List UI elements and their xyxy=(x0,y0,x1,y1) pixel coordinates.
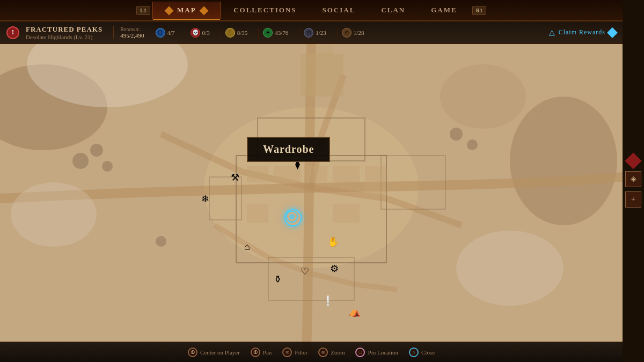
dungeon-value: 0/3 xyxy=(202,29,210,36)
svg-point-22 xyxy=(72,153,89,169)
region-alert-icon: ! xyxy=(6,26,19,39)
map-icon-vendor[interactable]: ✋ xyxy=(327,236,339,248)
event-value: 43/76 xyxy=(275,29,288,36)
stat-waypoints: ⬡ 4/7 xyxy=(151,28,179,38)
player-indicator xyxy=(284,209,299,224)
stat-cellars: ⊡ 1/23 xyxy=(299,28,331,38)
pan-label: Pan xyxy=(263,349,272,356)
renown-max: 2,490 xyxy=(131,32,144,39)
bottom-action-bar: ① Center on Player ① Pan ® Filter ® Zoom… xyxy=(0,342,623,362)
svg-point-24 xyxy=(102,161,113,172)
svg-rect-17 xyxy=(301,54,343,97)
svg-rect-10 xyxy=(247,166,268,182)
nav-social-label: SOCIAL xyxy=(323,6,356,14)
cellar-icon: ⊡ xyxy=(304,28,313,38)
top-navigation: L1 MAP COLLECTIONS SOCIAL CLAN GAME R1 xyxy=(0,0,623,21)
map-area[interactable]: ⚒ ❄ ⧫ ⌂ ♡ ⚙ ⚱ ✋ ❕ ⛺ Wardrobe xyxy=(0,0,623,362)
plus-btn[interactable]: + xyxy=(625,191,641,208)
filter-btn[interactable]: ® Filter xyxy=(282,348,308,357)
map-diamond2 xyxy=(200,6,209,16)
region-info: FRACTURED PEAKS Desolate Highlands (Lv. … xyxy=(26,25,103,40)
renown-value: 495/2,490 xyxy=(120,32,144,39)
zoom-key-icon: ® xyxy=(318,348,328,357)
claim-triangle: △ xyxy=(549,28,555,37)
pan-btn[interactable]: ① Pan xyxy=(251,348,272,357)
filter-label: Filter xyxy=(295,349,308,356)
nav-map[interactable]: MAP xyxy=(152,2,221,19)
map-icon-healer[interactable]: ⌂ xyxy=(244,241,250,253)
dungeon-icon: 💀 xyxy=(191,28,200,38)
map-icon-heart[interactable]: ♡ xyxy=(301,265,309,277)
waypoint-icon: ⬡ xyxy=(156,28,165,38)
zoom-label: Zoom xyxy=(331,349,345,356)
region-sublabel: Desolate Highlands (Lv. 21) xyxy=(26,34,103,40)
pin-key-icon: □ xyxy=(355,348,365,357)
close-key-icon: ○ xyxy=(409,348,419,357)
quest-value: 8/35 xyxy=(237,29,248,36)
wardrobe-label: Wardrobe xyxy=(263,143,314,155)
svg-point-26 xyxy=(467,139,478,150)
map-icon-exclamation[interactable]: ❕ xyxy=(322,295,334,307)
right-sidebar: ◈ + xyxy=(623,0,644,362)
svg-point-2 xyxy=(510,97,617,225)
nav-game[interactable]: GAME xyxy=(418,2,470,19)
quest-icon: ! xyxy=(225,28,235,38)
nav-social[interactable]: SOCIAL xyxy=(310,2,369,19)
stat-events: ✦ 43/76 xyxy=(258,28,292,38)
svg-rect-18 xyxy=(317,46,333,56)
close-btn[interactable]: ○ Close xyxy=(409,348,435,357)
nav-map-label: MAP xyxy=(177,6,196,14)
waypoint-value: 4/7 xyxy=(167,29,175,36)
center-key-icon: ① xyxy=(188,348,197,357)
center-player-btn[interactable]: ① Center on Player xyxy=(188,348,240,357)
map-icon-potion[interactable]: ⚱ xyxy=(274,274,282,285)
svg-point-23 xyxy=(90,144,103,157)
svg-rect-15 xyxy=(333,204,360,223)
zoom-btn-bottom[interactable]: ® Zoom xyxy=(318,348,345,357)
pin-location-btn[interactable]: □ Pin Location xyxy=(355,348,398,357)
stat-dungeons: 💀 0/3 xyxy=(186,28,214,38)
region-bar: ! FRACTURED PEAKS Desolate Highlands (Lv… xyxy=(0,21,623,44)
stat-quests: ! 8/35 xyxy=(221,28,252,38)
close-label: Close xyxy=(421,349,435,356)
nav-clan-label: CLAN xyxy=(381,6,405,14)
svg-point-29 xyxy=(289,214,295,219)
nav-clan[interactable]: CLAN xyxy=(368,2,418,19)
zoom-btn[interactable]: ◈ xyxy=(625,171,641,187)
region-name: FRACTURED PEAKS xyxy=(26,25,103,34)
nav-l1-btn[interactable]: L1 xyxy=(136,6,150,15)
nav-game-label: GAME xyxy=(431,6,457,14)
sidequest-value: 1/28 xyxy=(354,29,364,36)
plus-icon: + xyxy=(631,195,635,204)
map-icon-chest[interactable]: ⛺ xyxy=(349,306,361,317)
svg-point-27 xyxy=(156,236,166,247)
map-icon-blacksmith[interactable]: ⚒ xyxy=(231,172,239,183)
renown-section: Renown: 495/2,490 xyxy=(113,26,144,39)
nav-collections[interactable]: COLLECTIONS xyxy=(221,2,309,19)
nav-r1-btn[interactable]: R1 xyxy=(472,6,486,15)
svg-rect-12 xyxy=(306,166,327,182)
zoom-icon: ◈ xyxy=(631,174,636,183)
event-icon: ✦ xyxy=(263,28,273,38)
claim-rewards-btn[interactable]: △ Claim Rewards xyxy=(549,28,616,37)
svg-rect-14 xyxy=(247,204,268,223)
map-diamond xyxy=(164,6,173,16)
map-icon-stash[interactable]: ❄ xyxy=(201,193,209,205)
cellar-value: 1/23 xyxy=(316,29,326,36)
pin-label: Pin Location xyxy=(368,349,398,356)
center-label: Center on Player xyxy=(200,349,240,356)
map-icon-anvil[interactable]: ⚙ xyxy=(330,263,339,275)
filter-key-icon: ® xyxy=(282,348,292,357)
compass-diamond[interactable] xyxy=(625,152,641,169)
renown-label: Renown: xyxy=(120,26,144,32)
svg-point-20 xyxy=(11,182,97,247)
renown-current: 495 xyxy=(120,32,129,39)
stat-sidequests: ⊙ 1/28 xyxy=(337,28,369,38)
nav-collections-label: COLLECTIONS xyxy=(233,6,296,14)
wardrobe-tooltip: Wardrobe xyxy=(247,137,330,162)
claim-rewards-label: Claim Rewards xyxy=(559,28,605,36)
claim-diamond-icon xyxy=(607,27,618,38)
svg-rect-16 xyxy=(365,166,386,198)
svg-point-25 xyxy=(450,128,463,141)
svg-point-21 xyxy=(456,231,564,306)
